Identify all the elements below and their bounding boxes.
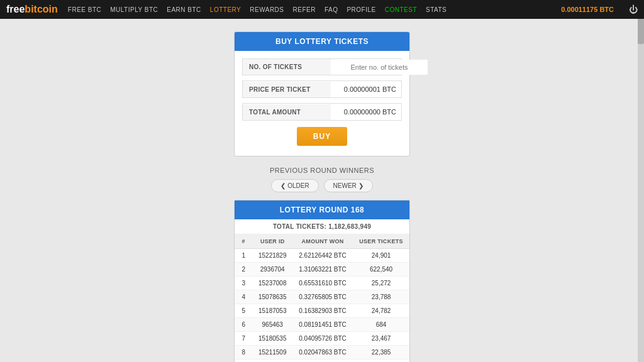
previous-winners-title: PREVIOUS ROUND WINNERS	[234, 167, 410, 174]
cell-rank: 5	[235, 304, 252, 318]
buy-button[interactable]: BUY	[297, 127, 347, 146]
table-row: 5 15187053 0.16382903 BTC 24,782	[235, 304, 409, 318]
cell-user-tickets: 24,901	[353, 249, 409, 263]
cell-user-id: 15187053	[252, 304, 292, 318]
price-per-ticket-label: PRICE PER TICKET	[243, 82, 331, 97]
table-row: 3 15237008 0.65531610 BTC 25,272	[235, 277, 409, 290]
cell-user-id: 15237008	[252, 277, 292, 290]
center-column: BUY LOTTERY TICKETS NO. OF TICKETS PRICE…	[234, 31, 410, 349]
cell-rank: 6	[235, 318, 252, 332]
cell-amount-won: 2.62126442 BTC	[292, 249, 353, 263]
nav-contest[interactable]: CONTEST	[385, 6, 417, 13]
total-amount-value: 0.00000000 BTC	[331, 104, 401, 120]
cell-amount-won: 0.32765805 BTC	[292, 290, 353, 304]
main-content: BUY LOTTERY TICKETS NO. OF TICKETS PRICE…	[0, 19, 644, 362]
nav-profile[interactable]: PROFILE	[347, 6, 375, 13]
cell-rank: 4	[235, 290, 252, 304]
nav-balance: 0.00011175 BTC	[561, 6, 614, 13]
table-header-row: # USER ID AMOUNT WON USER TICKETS	[235, 234, 409, 249]
scrollbar[interactable]	[638, 19, 644, 362]
nav-lottery[interactable]: LOTTERY	[210, 6, 241, 13]
nav-faq[interactable]: FAQ	[325, 6, 338, 13]
cell-amount-won: 0.08191451 BTC	[292, 318, 353, 332]
col-amount-won: AMOUNT WON	[292, 234, 353, 249]
cell-user-tickets: 24,782	[353, 304, 409, 318]
cell-user-id: 15180535	[252, 332, 292, 346]
cell-rank: 1	[235, 249, 252, 263]
nav-multiply-btc[interactable]: MULTIPLY BTC	[110, 6, 158, 13]
nav-refer[interactable]: REFER	[293, 6, 316, 13]
winners-table: # USER ID AMOUNT WON USER TICKETS 1 1522…	[235, 234, 409, 362]
older-button[interactable]: ❮ OLDER	[271, 179, 318, 192]
table-row: 4 15078635 0.32765805 BTC 23,788	[235, 290, 409, 304]
no-of-tickets-row: NO. OF TICKETS	[242, 58, 402, 75]
col-rank: #	[235, 234, 252, 249]
cell-user-id: 15078635	[252, 290, 292, 304]
price-per-ticket-row: PRICE PER TICKET 0.00000001 BTC	[242, 80, 402, 98]
cell-amount-won: 0.04095726 BTC	[292, 332, 353, 346]
no-of-tickets-label: NO. OF TICKETS	[243, 59, 331, 75]
cell-rank: 8	[235, 346, 252, 359]
logo-free: free	[6, 4, 25, 14]
cell-user-tickets: 23,467	[353, 332, 409, 346]
cell-amount-won: 0.01023931 BTC	[292, 359, 353, 363]
buy-card-body: NO. OF TICKETS PRICE PER TICKET 0.000000…	[235, 51, 409, 156]
cell-rank: 3	[235, 277, 252, 290]
cell-user-tickets: 622,540	[353, 263, 409, 277]
cell-user-tickets: 22,385	[353, 346, 409, 359]
logo-bitcoin: bitcoin	[25, 4, 57, 14]
nav-links: FREE BTC MULTIPLY BTC EARN BTC LOTTERY R…	[68, 6, 447, 13]
power-icon[interactable]: ⏻	[629, 4, 638, 14]
cell-amount-won: 0.16382903 BTC	[292, 304, 353, 318]
nav-earn-btc[interactable]: EARN BTC	[167, 6, 201, 13]
total-amount-label: TOTAL AMOUNT	[243, 104, 331, 120]
cell-user-id: 15221829	[252, 249, 292, 263]
total-amount-row: TOTAL AMOUNT 0.00000000 BTC	[242, 103, 402, 121]
nav-rewards[interactable]: REWARDS	[250, 6, 284, 13]
nav-stats[interactable]: STATS	[426, 6, 447, 13]
cell-amount-won: 0.02047863 BTC	[292, 346, 353, 359]
total-tickets: TOTAL TICKETS: 1,182,683,949	[235, 219, 409, 234]
cell-rank: 7	[235, 332, 252, 346]
col-user-tickets: USER TICKETS	[353, 234, 409, 249]
cell-amount-won: 0.65531610 BTC	[292, 277, 353, 290]
pagination: ❮ OLDER NEWER ❯	[234, 179, 410, 192]
no-of-tickets-input[interactable]	[331, 60, 428, 75]
cell-user-tickets: 25,272	[353, 277, 409, 290]
table-row: 6 965463 0.08191451 BTC 684	[235, 318, 409, 332]
cell-user-tickets: 23,788	[353, 290, 409, 304]
newer-button[interactable]: NEWER ❯	[324, 179, 373, 192]
cell-user-id: 3315405	[252, 359, 292, 363]
site-logo[interactable]: freebitcoin	[6, 4, 58, 15]
cell-rank: 2	[235, 263, 252, 277]
cell-user-id: 965463	[252, 318, 292, 332]
cell-user-tickets: 1,764	[353, 359, 409, 363]
table-row: 8 15211509 0.02047863 BTC 22,385	[235, 346, 409, 359]
table-row: 2 2936704 1.31063221 BTC 622,540	[235, 263, 409, 277]
table-row: 9 3315405 0.01023931 BTC 1,764	[235, 359, 409, 363]
cell-rank: 9	[235, 359, 252, 363]
cell-amount-won: 1.31063221 BTC	[292, 263, 353, 277]
table-row: 1 15221829 2.62126442 BTC 24,901	[235, 249, 409, 263]
lottery-round-card: LOTTERY ROUND 168 TOTAL TICKETS: 1,182,6…	[234, 200, 410, 362]
table-row: 7 15180535 0.04095726 BTC 23,467	[235, 332, 409, 346]
nav-free-btc[interactable]: FREE BTC	[68, 6, 101, 13]
cell-user-tickets: 684	[353, 318, 409, 332]
cell-user-id: 15211509	[252, 346, 292, 359]
col-user-id: USER ID	[252, 234, 292, 249]
navbar: freebitcoin FREE BTC MULTIPLY BTC EARN B…	[0, 0, 644, 19]
cell-user-id: 2936704	[252, 263, 292, 277]
price-per-ticket-value: 0.00000001 BTC	[331, 81, 401, 97]
scrollbar-thumb[interactable]	[638, 19, 644, 44]
buy-lottery-card: BUY LOTTERY TICKETS NO. OF TICKETS PRICE…	[234, 31, 410, 156]
lottery-round-header: LOTTERY ROUND 168	[235, 200, 409, 219]
buy-card-header: BUY LOTTERY TICKETS	[235, 32, 409, 51]
